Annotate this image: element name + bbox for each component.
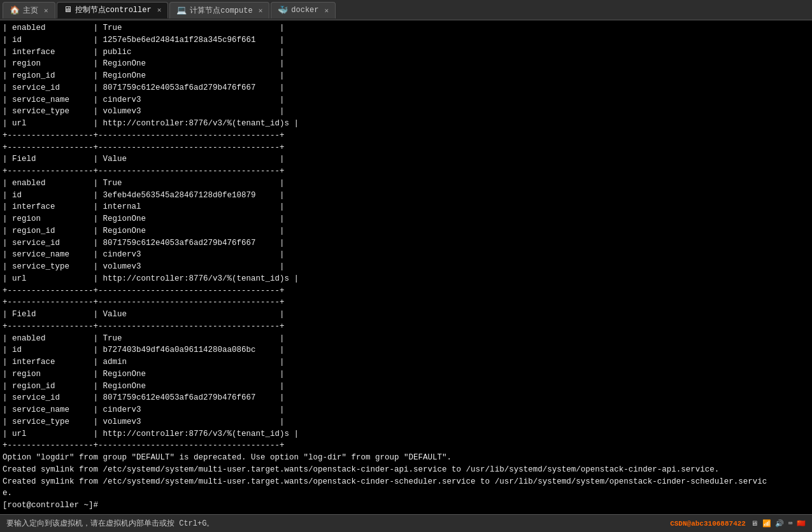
tab-icon-controller: 🖥 <box>64 5 72 15</box>
terminal-line: | service_type | volumev3 | <box>3 416 809 428</box>
status-right: CSDN@abc3106887422 🖥 📶 🔊 ⌨ 🇨🇳 <box>670 519 806 528</box>
status-icons: 🖥 📶 🔊 ⌨ 🇨🇳 <box>751 519 806 528</box>
terminal-line: | service_name | cinderv3 | <box>3 249 809 261</box>
terminal-line: | region_id | RegionOne | <box>3 225 809 237</box>
terminal-line: | interface | public | <box>3 46 809 59</box>
terminal-line: | id | b727403b49df46a0a96114280aa086bc … <box>3 344 809 356</box>
terminal-line: | service_name | cinderv3 | <box>3 404 809 416</box>
terminal-line: | url | http://controller:8776/v3/%(tena… <box>3 428 809 440</box>
terminal-line: +------------------+--------------------… <box>3 285 809 297</box>
terminal-line: | id | 1257e5be6ed24841a1f28a345c96f661 … <box>3 34 809 46</box>
watermark-text: CSDN@abc3106887422 <box>670 520 746 528</box>
status-hint: 要输入定向到该虚拟机，请在虚拟机内部单击或按 Ctrl+G。 <box>6 518 214 529</box>
tab-icon-home: 🏠 <box>10 5 20 15</box>
terminal-line: | service_id | 8071759c612e4053af6ad279b… <box>3 237 809 249</box>
terminal-output[interactable]: | service_name | cinderv2 || service_typ… <box>0 20 812 514</box>
terminal-line: +------------------+--------------------… <box>3 321 809 333</box>
terminal-line: +------------------+--------------------… <box>3 165 809 178</box>
tab-compute[interactable]: 💻计算节点compute✕ <box>169 2 269 18</box>
terminal-line: | enabled | True | <box>3 178 809 190</box>
tab-label-home: 主页 <box>23 5 38 16</box>
terminal-line: +------------------+--------------------… <box>3 297 809 309</box>
terminal-line: | enabled | True | <box>3 333 809 345</box>
tab-close-controller[interactable]: ✕ <box>157 6 162 14</box>
terminal-line: Option "logdir" from group "DEFAULT" is … <box>3 452 809 464</box>
terminal-line: Created symlink from /etc/systemd/system… <box>3 464 809 476</box>
tab-bar: 🏠主页✕🖥控制节点controller✕💻计算节点compute✕🐳docker… <box>0 0 812 20</box>
tab-close-docker[interactable]: ✕ <box>325 6 329 15</box>
tab-label-compute: 计算节点compute <box>190 5 252 16</box>
terminal-line: | region | RegionOne | <box>3 58 809 70</box>
terminal-line: | region | RegionOne | <box>3 213 809 225</box>
terminal-line: | url | http://controller:8776/v3/%(tena… <box>3 273 809 285</box>
terminal-line: | Field | Value | <box>3 309 809 321</box>
tab-controller[interactable]: 🖥控制节点controller✕ <box>57 2 169 18</box>
tab-icon-compute: 💻 <box>176 5 187 15</box>
terminal-line: | interface | internal | <box>3 201 809 213</box>
terminal-line: | service_type | volumev3 | <box>3 106 809 118</box>
terminal-line: +------------------+--------------------… <box>3 440 809 452</box>
terminal-line: [root@controller ~]# <box>3 500 809 512</box>
terminal-line: | region | RegionOne | <box>3 368 809 381</box>
terminal-line: | id | 3efeb4de563545a28467128d0fe10879 … <box>3 190 809 202</box>
terminal-line: +------------------+--------------------… <box>3 130 809 142</box>
tab-home[interactable]: 🏠主页✕ <box>3 2 55 18</box>
terminal-line: | url | http://controller:8776/v3/%(tena… <box>3 118 809 130</box>
terminal-line: | enabled | True | <box>3 22 809 34</box>
tab-label-controller: 控制节点controller <box>75 4 152 15</box>
terminal-line: +------------------+--------------------… <box>3 142 809 154</box>
terminal-line: | service_id | 8071759c612e4053af6ad279b… <box>3 82 809 94</box>
terminal-line: | Field | Value | <box>3 153 809 165</box>
terminal-line: e. <box>3 487 809 500</box>
status-bar: 要输入定向到该虚拟机，请在虚拟机内部单击或按 Ctrl+G。 CSDN@abc3… <box>0 514 812 532</box>
terminal-line: | service_type | volumev3 | <box>3 261 809 273</box>
tab-icon-docker: 🐳 <box>278 5 288 15</box>
tab-docker[interactable]: 🐳docker✕ <box>271 2 336 18</box>
tab-close-compute[interactable]: ✕ <box>259 6 263 15</box>
terminal-line: | region_id | RegionOne | <box>3 381 809 393</box>
terminal-line: | service_id | 8071759c612e4053af6ad279b… <box>3 392 809 404</box>
terminal-line: | region_id | RegionOne | <box>3 70 809 82</box>
terminal-line: Created symlink from /etc/systemd/system… <box>3 476 809 488</box>
tab-label-docker: docker <box>291 6 318 15</box>
status-hint-text: 要输入定向到该虚拟机，请在虚拟机内部单击或按 Ctrl+G。 <box>6 518 214 529</box>
terminal-line: | service_name | cinderv3 | <box>3 94 809 106</box>
tab-close-home[interactable]: ✕ <box>44 6 48 15</box>
terminal-line: | interface | admin | <box>3 356 809 368</box>
